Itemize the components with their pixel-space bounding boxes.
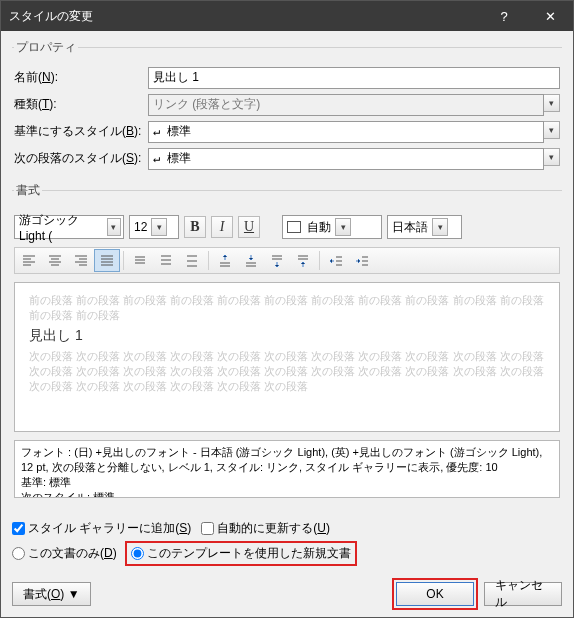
bold-button[interactable]: B: [184, 216, 206, 238]
format-menu-button[interactable]: 書式(O) ▼: [12, 582, 91, 606]
ok-button[interactable]: OK: [396, 582, 474, 606]
align-left-icon[interactable]: [16, 249, 42, 272]
format-group: 書式 游ゴシック Light (▾ 12▾ B I U 自動▾ 日本語▾: [12, 182, 562, 504]
preview-prev: 前の段落 前の段落 前の段落 前の段落 前の段落 前の段落 前の段落 前の段落 …: [29, 293, 545, 323]
italic-button[interactable]: I: [211, 216, 233, 238]
align-right-icon[interactable]: [68, 249, 94, 272]
type-combo: リンク (段落と文字): [148, 94, 544, 116]
space-before-dec-icon[interactable]: [238, 249, 264, 272]
modify-style-dialog: スタイルの変更 ? ✕ プロパティ 名前(N): 種類(T): リンク (段落と…: [0, 0, 574, 618]
format-legend: 書式: [14, 182, 42, 199]
indent-dec-icon[interactable]: [323, 249, 349, 272]
properties-group: プロパティ 名前(N): 種類(T): リンク (段落と文字)▾ 基準にするスタ…: [12, 39, 562, 178]
template-radio-highlight: このテンプレートを使用した新規文書: [125, 541, 357, 566]
ok-highlight: OK: [392, 578, 478, 610]
space-after-inc-icon[interactable]: [264, 249, 290, 272]
autoupdate-check[interactable]: 自動的に更新する(U): [201, 520, 330, 537]
close-button[interactable]: ✕: [527, 1, 573, 31]
titlebar[interactable]: スタイルの変更 ? ✕: [1, 1, 573, 31]
align-center-icon[interactable]: [42, 249, 68, 272]
preview-next: 次の段落 次の段落 次の段落 次の段落 次の段落 次の段落 次の段落 次の段落 …: [29, 349, 545, 394]
chevron-down-icon[interactable]: ▾: [544, 121, 560, 139]
properties-legend: プロパティ: [14, 39, 78, 56]
font-combo[interactable]: 游ゴシック Light (▾: [14, 215, 124, 239]
underline-button[interactable]: U: [238, 216, 260, 238]
lang-combo[interactable]: 日本語▾: [387, 215, 462, 239]
space-before-inc-icon[interactable]: [212, 249, 238, 272]
align-justify-icon[interactable]: [94, 249, 120, 272]
next-para-value: ↵ 標準: [153, 150, 191, 167]
help-button[interactable]: ?: [481, 1, 527, 31]
desc-line-3: 次のスタイル: 標準: [21, 490, 553, 498]
desc-line-2: 基準: 標準: [21, 475, 553, 490]
doc-only-radio[interactable]: この文書のみ(D): [12, 545, 117, 562]
next-para-combo[interactable]: ↵ 標準: [148, 148, 544, 170]
chevron-down-icon[interactable]: ▾: [107, 218, 121, 236]
preview-heading: 見出し 1: [29, 327, 545, 345]
type-value: リンク (段落と文字): [153, 96, 260, 113]
size-combo[interactable]: 12▾: [129, 215, 179, 239]
paragraph-toolbar: [14, 247, 560, 274]
desc-line-1: フォント : (日) +見出しのフォント - 日本語 (游ゴシック Light)…: [21, 445, 553, 475]
spacing-1-icon[interactable]: [127, 249, 153, 272]
space-after-dec-icon[interactable]: [290, 249, 316, 272]
name-label: 名前(N):: [14, 69, 144, 86]
based-on-combo[interactable]: ↵ 標準: [148, 121, 544, 143]
based-on-value: ↵ 標準: [153, 123, 191, 140]
template-radio[interactable]: このテンプレートを使用した新規文書: [131, 545, 351, 562]
next-para-label: 次の段落のスタイル(S):: [14, 150, 144, 167]
chevron-down-icon: ▾: [544, 94, 560, 112]
dialog-title: スタイルの変更: [9, 8, 93, 25]
spacing-2-icon[interactable]: [179, 249, 205, 272]
description-box: フォント : (日) +見出しのフォント - 日本語 (游ゴシック Light)…: [14, 440, 560, 498]
gallery-check[interactable]: スタイル ギャラリーに追加(S): [12, 520, 191, 537]
chevron-down-icon[interactable]: ▾: [151, 218, 167, 236]
chevron-down-icon[interactable]: ▾: [432, 218, 448, 236]
chevron-down-icon[interactable]: ▾: [335, 218, 351, 236]
chevron-down-icon[interactable]: ▾: [544, 148, 560, 166]
color-combo[interactable]: 自動▾: [282, 215, 382, 239]
spacing-15-icon[interactable]: [153, 249, 179, 272]
preview-pane: 前の段落 前の段落 前の段落 前の段落 前の段落 前の段落 前の段落 前の段落 …: [14, 282, 560, 432]
type-label: 種類(T):: [14, 96, 144, 113]
name-input[interactable]: [148, 67, 560, 89]
indent-inc-icon[interactable]: [349, 249, 375, 272]
cancel-button[interactable]: キャンセル: [484, 582, 562, 606]
based-on-label: 基準にするスタイル(B):: [14, 123, 144, 140]
